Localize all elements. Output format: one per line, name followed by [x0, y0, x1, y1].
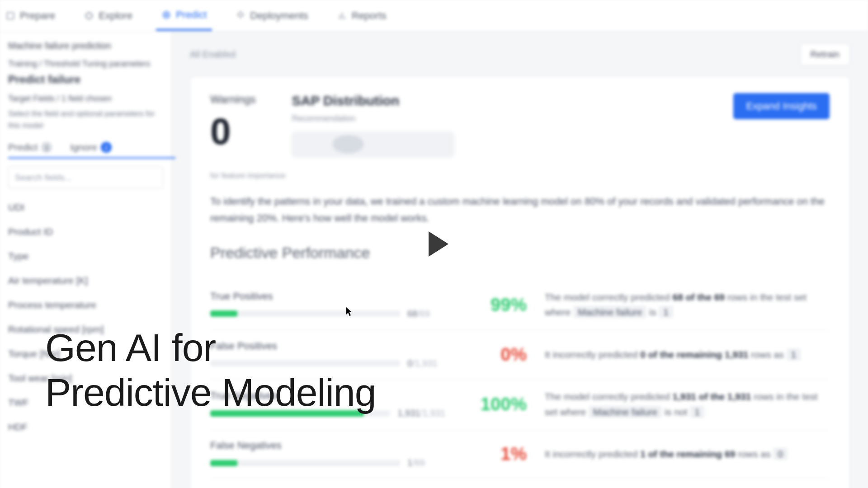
nav-explore[interactable]: Explore	[79, 2, 138, 30]
play-button[interactable]	[425, 230, 452, 258]
top-nav: Prepare Explore Predict Deployments Repo…	[0, 0, 868, 32]
status-label: All Enabled	[190, 49, 236, 60]
metric-box: Warnings 0	[210, 93, 255, 153]
metric-label: Warnings	[210, 93, 255, 106]
search-input[interactable]: Search fields...	[8, 167, 163, 188]
perf-label: False Negatives	[210, 440, 445, 451]
sidebar-helper: Select the field and optional parameters…	[8, 108, 163, 131]
explore-icon	[84, 11, 94, 21]
list-item[interactable]: UDI	[8, 202, 163, 213]
deployments-icon	[236, 11, 245, 21]
main-content: All Enabled Retrain Warnings 0 SAP Distr…	[172, 32, 868, 488]
tab-ignore-label: Ignore	[70, 142, 97, 153]
list-item[interactable]: Type	[8, 251, 163, 262]
nav-explore-label: Explore	[99, 10, 132, 22]
list-item[interactable]: HDF	[8, 422, 163, 432]
tab-predict-label: Predict	[8, 142, 38, 153]
perf-description: The model correctly predicted 68 of the …	[545, 290, 830, 320]
nav-deployments[interactable]: Deployments	[230, 2, 313, 30]
perf-count: 0/1,931	[407, 358, 438, 369]
sidebar-heading: Predict failure	[8, 73, 163, 86]
nav-prepare[interactable]: Prepare	[0, 2, 61, 30]
play-icon	[429, 231, 448, 257]
nav-predict[interactable]: Predict	[156, 1, 212, 31]
perf-percent: 1%	[463, 444, 527, 464]
prepare-icon	[5, 11, 15, 21]
model-description: To identify the patterns in your data, w…	[210, 193, 830, 227]
distribution-chart	[292, 131, 454, 158]
sidebar-title: Machine failure prediction	[8, 41, 163, 51]
nav-predict-label: Predict	[176, 9, 207, 21]
progress-bar	[210, 310, 400, 317]
perf-count: 1/69	[407, 458, 425, 468]
tab-ignore[interactable]: Ignore 2	[70, 142, 112, 153]
perf-description: It incorrectly predicted 0 of the remain…	[545, 347, 830, 362]
cursor-icon	[346, 307, 354, 316]
insights-card: Warnings 0 SAP Distribution Recommendati…	[190, 76, 850, 488]
svg-point-2	[163, 11, 170, 18]
tab-ignore-count: 2	[101, 142, 112, 153]
perf-percent: 100%	[463, 394, 527, 414]
reports-icon	[337, 11, 347, 21]
distribution-box: SAP Distribution Recommendation	[292, 93, 454, 158]
perf-description: It incorrectly predicted 1 of the remain…	[545, 446, 830, 462]
distribution-subtitle: Recommendation	[292, 114, 454, 123]
sidebar: Machine failure prediction Training / Th…	[0, 32, 172, 488]
tab-predict-count: 1	[41, 142, 52, 153]
list-item[interactable]: Air temperature [K]	[8, 275, 163, 286]
metric-value: 0	[210, 110, 255, 153]
perf-percent: 0%	[463, 344, 527, 365]
svg-point-3	[165, 14, 168, 16]
tab-predict[interactable]: Predict 1	[8, 142, 52, 153]
performance-row: False Negatives 1/69 1% It incorrectly p…	[210, 430, 830, 479]
sidebar-subhead: Target Fields / 1 field chosen	[8, 94, 163, 103]
headline-line-2: Predictive Modeling	[45, 370, 376, 415]
footnote: for feature importance	[210, 171, 830, 180]
sidebar-tabs: Predict 1 Ignore 2	[8, 142, 175, 159]
progress-bar	[210, 460, 400, 466]
nav-reports[interactable]: Reports	[332, 2, 392, 30]
list-item[interactable]: Process temperature	[8, 300, 163, 310]
nav-reports-label: Reports	[352, 10, 387, 22]
nav-prepare-label: Prepare	[20, 10, 55, 22]
perf-count: 68/69	[407, 309, 430, 319]
svg-rect-0	[7, 12, 14, 19]
retrain-button[interactable]: Retrain	[800, 43, 850, 66]
expand-insights-button[interactable]: Expand Insights	[733, 93, 830, 119]
section-title: Predictive Performance	[210, 244, 830, 262]
sidebar-breadcrumb: Training / Threshold Tuning parameters	[8, 59, 163, 69]
nav-deployments-label: Deployments	[250, 10, 308, 22]
list-item[interactable]: Product ID	[8, 226, 163, 237]
perf-percent: 99%	[463, 295, 527, 315]
perf-description: The model correctly predicted 1,931 of t…	[545, 389, 830, 419]
overlay-headline: Gen AI for Predictive Modeling	[45, 325, 376, 415]
perf-label: True Positives	[210, 291, 445, 302]
performance-row: True Positives 68/69 99% The model corre…	[210, 280, 830, 330]
predict-icon	[161, 10, 171, 20]
distribution-title: SAP Distribution	[292, 93, 454, 108]
perf-count: 1,931/1,931	[397, 408, 445, 418]
headline-line-1: Gen AI for	[45, 325, 376, 370]
